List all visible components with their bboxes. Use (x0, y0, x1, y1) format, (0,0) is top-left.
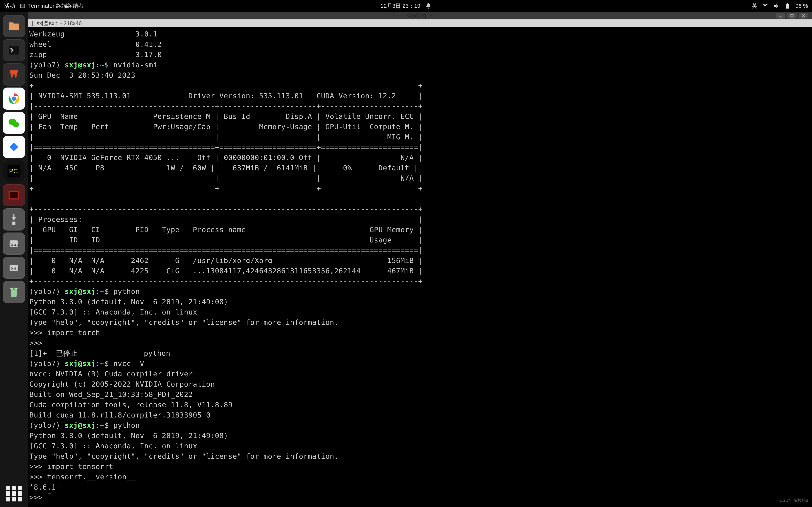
svg-rect-21 (791, 14, 793, 17)
dock: PC SSD SSD (0, 12, 28, 507)
svg-rect-4 (786, 3, 788, 4)
dock-chrome[interactable] (3, 88, 25, 110)
battery-icon[interactable] (784, 3, 791, 9)
dock-usb[interactable] (3, 208, 25, 230)
minimize-button[interactable] (775, 13, 785, 19)
system-tray[interactable]: 英 96 % (752, 2, 808, 10)
svg-rect-1 (21, 4, 24, 7)
svg-point-2 (428, 7, 429, 8)
app-menu-label: Terminator 终端终结者 (28, 2, 84, 10)
dock-ssd-1[interactable]: SSD (3, 232, 25, 255)
dock-wechat[interactable] (3, 112, 25, 134)
app-menu[interactable]: Terminator 终端终结者 (20, 2, 84, 10)
volume-icon[interactable] (773, 3, 779, 9)
dock-terminal[interactable] (3, 39, 25, 61)
dock-pycharm[interactable]: PC (3, 160, 25, 182)
dock-files[interactable] (3, 15, 25, 37)
input-method-indicator[interactable]: 英 (752, 2, 757, 10)
tab-label: sxj@sxj: ~ 218x46 (37, 20, 82, 26)
dock-trash[interactable] (3, 281, 25, 303)
window-titlebar[interactable]: sxj@sxj: ~ (28, 12, 812, 19)
notification-bell-icon[interactable] (425, 3, 432, 9)
dock-ssd-2[interactable]: SSD (3, 257, 25, 279)
svg-text:PC: PC (9, 168, 18, 175)
svg-text:SSD: SSD (11, 242, 19, 247)
gnome-topbar: 活动 Terminator 终端终结者 12月3日 23：19 英 96 % (0, 0, 812, 12)
svg-point-7 (12, 97, 16, 101)
battery-percentage: 96 % (795, 3, 808, 9)
terminator-window: sxj@sxj: ~ sxj@sxj: ~ 218x46 Werkzeug 3.… (28, 12, 812, 507)
svg-rect-5 (9, 46, 19, 55)
terminal-output[interactable]: Werkzeug 3.0.1 wheel 0.41.2 zipp 3.17.0 … (28, 27, 812, 507)
svg-rect-3 (786, 4, 789, 8)
svg-rect-13 (10, 192, 18, 199)
dock-feishu[interactable] (3, 136, 25, 158)
wifi-icon[interactable] (762, 3, 768, 9)
maximize-button[interactable] (787, 13, 797, 19)
svg-text:SSD: SSD (11, 266, 19, 271)
svg-point-9 (13, 122, 19, 127)
svg-rect-14 (12, 222, 15, 225)
terminator-tabbar[interactable]: sxj@sxj: ~ 218x46 (28, 19, 812, 27)
window-title: sxj@sxj: ~ (407, 12, 433, 19)
activities-button[interactable]: 活动 (4, 2, 15, 10)
clock[interactable]: 12月3日 23：19 (380, 2, 420, 10)
close-button[interactable] (799, 13, 808, 19)
terminal-app-icon (20, 3, 26, 9)
watermark: CSDN 布拉格a (779, 498, 808, 503)
split-icon (30, 20, 35, 26)
show-applications[interactable] (6, 486, 22, 501)
dock-terminator[interactable] (3, 184, 25, 206)
dock-wps[interactable] (3, 63, 25, 86)
